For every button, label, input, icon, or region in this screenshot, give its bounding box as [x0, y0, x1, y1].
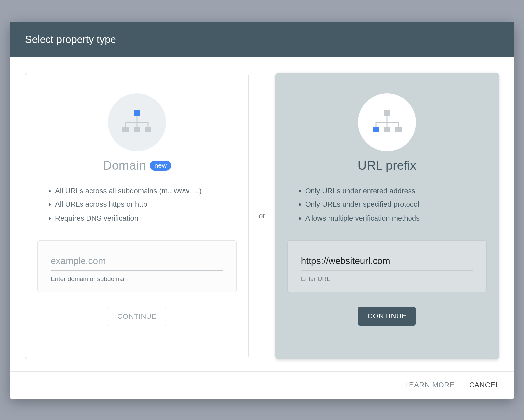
learn-more-button[interactable]: LEARN MORE — [405, 381, 454, 389]
svg-rect-8 — [145, 127, 151, 132]
modal-title: Select property type — [25, 34, 116, 45]
domain-card[interactable]: Domain new All URLs across all subdomain… — [25, 73, 249, 359]
url-card-title: URL prefix — [358, 159, 416, 173]
list-item: Only URLs under specified protocol — [305, 197, 487, 211]
sitemap-icon — [120, 110, 153, 135]
domain-icon-circle — [108, 93, 166, 151]
list-item: All URLs across https or http — [55, 197, 237, 211]
url-icon-circle — [358, 93, 416, 151]
domain-input-helper: Enter domain or subdomain — [51, 275, 223, 283]
domain-feature-list: All URLs across all subdomains (m., www.… — [37, 184, 237, 225]
modal-header: Select property type — [10, 22, 514, 57]
or-divider: or — [259, 212, 265, 220]
url-title-row: URL prefix — [358, 159, 416, 173]
svg-rect-0 — [134, 110, 140, 116]
url-input-wrap: Enter URL — [287, 240, 487, 292]
list-item: Allows multiple verification methods — [305, 211, 487, 225]
svg-rect-9 — [384, 110, 390, 116]
modal-body: Domain new All URLs across all subdomain… — [10, 57, 514, 371]
domain-input-wrap: Enter domain or subdomain — [37, 240, 237, 292]
list-item: Requires DNS verification — [55, 211, 237, 225]
svg-rect-17 — [395, 127, 402, 132]
svg-rect-6 — [122, 127, 129, 132]
domain-title-row: Domain new — [103, 159, 171, 173]
new-badge: new — [150, 161, 171, 171]
url-continue-button[interactable]: CONTINUE — [358, 307, 416, 326]
domain-card-title: Domain — [103, 159, 146, 173]
list-item: All URLs across all subdomains (m., www.… — [55, 184, 237, 198]
list-item: Only URLs under entered address — [305, 184, 487, 198]
svg-rect-7 — [134, 127, 140, 132]
property-type-modal: Select property type Domain — [10, 22, 514, 399]
url-input-helper: Enter URL — [301, 275, 473, 283]
svg-rect-16 — [384, 127, 390, 132]
cancel-button[interactable]: CANCEL — [469, 381, 500, 389]
url-input[interactable] — [301, 254, 473, 271]
domain-input[interactable] — [51, 254, 223, 271]
url-prefix-card[interactable]: URL prefix Only URLs under entered addre… — [275, 73, 499, 359]
domain-continue-button[interactable]: CONTINUE — [108, 307, 166, 326]
svg-rect-15 — [373, 127, 379, 132]
sitemap-icon — [371, 110, 404, 135]
url-feature-list: Only URLs under entered address Only URL… — [287, 184, 487, 225]
modal-footer: LEARN MORE CANCEL — [10, 371, 514, 399]
